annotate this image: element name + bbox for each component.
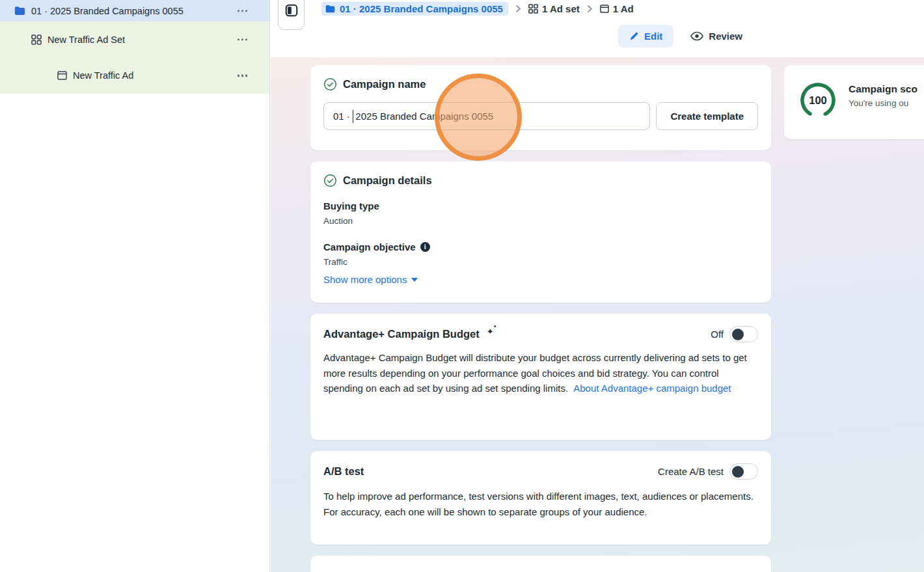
- sidebar-item-label: 01 · 2025 Branded Campaigns 0055: [31, 6, 183, 16]
- toggle-state-label: Create A/B test: [658, 466, 724, 477]
- folder-icon: [14, 6, 25, 16]
- breadcrumb-campaign[interactable]: 01 · 2025 Branded Campaigns 0055: [321, 2, 508, 16]
- section-title: Advantage+ Campaign Budget: [323, 328, 480, 340]
- info-icon[interactable]: i: [420, 242, 430, 252]
- edit-button[interactable]: Edit: [618, 25, 673, 48]
- pencil-icon: [629, 31, 639, 41]
- buying-type-label: Buying type: [323, 200, 758, 211]
- advantage-budget-card: Advantage+ Campaign Budget ✦✦ Off Advant…: [310, 314, 771, 440]
- score-text: Campaign sco You're using ou: [849, 81, 917, 139]
- ad-window-icon: [600, 5, 609, 13]
- breadcrumb: 01 · 2025 Branded Campaigns 0055 1 Ad se…: [321, 1, 634, 17]
- score-subtitle: You're using ou: [849, 98, 917, 108]
- input-text-before-cursor: 01 ·: [333, 111, 350, 122]
- ab-test-toggle[interactable]: [729, 463, 758, 480]
- caret-down-icon: [411, 278, 418, 282]
- ab-test-description: To help improve ad performance, test ver…: [323, 489, 758, 519]
- campaign-tree-sidebar: 01 · 2025 Branded Campaigns 0055 New Tra…: [0, 0, 270, 572]
- about-advantage-budget-link[interactable]: About Advantage+ campaign budget: [573, 383, 731, 394]
- breadcrumb-campaign-label: 01 · 2025 Branded Campaigns 0055: [340, 3, 503, 14]
- buying-type-value: Auction: [323, 216, 758, 226]
- toggle-knob: [732, 466, 744, 478]
- campaign-name-input[interactable]: 01 ·2025 Branded Campaigns 0055: [323, 102, 650, 130]
- show-more-options-link[interactable]: Show more options: [323, 274, 418, 285]
- breadcrumb-ad-label: 1 Ad: [613, 3, 634, 14]
- advantage-budget-description: Advantage+ Campaign Budget will distribu…: [323, 350, 758, 396]
- campaign-edit-panel: Campaign name 01 ·2025 Branded Campaigns…: [310, 65, 771, 572]
- sidebar-item-label: New Traffic Ad Set: [48, 34, 125, 45]
- show-more-options-label: Show more options: [323, 274, 407, 285]
- sidebar-adset-group: New Traffic Ad Set New Traffic Ad: [0, 21, 269, 94]
- check-circle-icon: [323, 77, 337, 91]
- breadcrumb-adset[interactable]: 1 Ad set: [528, 3, 580, 14]
- adset-grid-icon: [31, 34, 42, 45]
- edit-button-label: Edit: [644, 31, 662, 42]
- score-value: 100: [798, 81, 837, 120]
- toggle-knob: [732, 329, 744, 340]
- ab-test-card: A/B test Create A/B test To help improve…: [310, 451, 771, 545]
- folder-icon: [325, 5, 335, 13]
- section-title: A/B test: [323, 465, 364, 478]
- campaign-score-card: 100 Campaign sco You're using ou: [784, 65, 924, 139]
- breadcrumb-ad[interactable]: 1 Ad: [600, 3, 634, 14]
- top-bar: 01 · 2025 Branded Campaigns 0055 1 Ad se…: [271, 0, 924, 57]
- chevron-right-icon: [515, 5, 521, 13]
- input-text-after-cursor: 2025 Branded Campaigns 0055: [355, 111, 493, 122]
- adset-grid-icon: [528, 4, 538, 14]
- section-title: Campaign details: [343, 174, 432, 187]
- sparkle-icon: ✦✦: [487, 327, 494, 336]
- objective-label: Campaign objective i: [323, 241, 758, 252]
- review-button-label: Review: [709, 31, 742, 42]
- sidebar-item-adset[interactable]: New Traffic Ad Set: [0, 21, 269, 57]
- campaign-name-card: Campaign name 01 ·2025 Branded Campaigns…: [310, 65, 771, 150]
- sidebar-item-label: New Traffic Ad: [73, 70, 133, 81]
- advantage-budget-toggle[interactable]: [729, 326, 758, 342]
- score-gauge: 100: [798, 81, 837, 120]
- eye-icon: [690, 31, 703, 41]
- sidebar-item-campaign[interactable]: 01 · 2025 Branded Campaigns 0055: [0, 0, 269, 21]
- special-ad-categories-card: Special Ad Categories: [310, 556, 771, 572]
- ad-window-icon: [57, 71, 67, 80]
- chevron-right-icon: [587, 5, 593, 13]
- score-title: Campaign sco: [849, 83, 917, 95]
- collapse-sidebar-button[interactable]: [278, 0, 305, 30]
- more-options-button[interactable]: [235, 7, 251, 15]
- more-options-button[interactable]: [235, 36, 251, 44]
- review-button[interactable]: Review: [690, 31, 742, 42]
- toggle-state-label: Off: [711, 329, 724, 340]
- more-options-button[interactable]: [235, 72, 251, 79]
- section-title: Campaign name: [343, 78, 426, 90]
- text-cursor: [353, 110, 354, 123]
- sidebar-item-ad[interactable]: New Traffic Ad: [0, 57, 269, 94]
- panel-icon: [284, 3, 299, 18]
- objective-label-text: Campaign objective: [323, 241, 416, 252]
- breadcrumb-adset-label: 1 Ad set: [542, 3, 580, 14]
- campaign-details-card: Campaign details Buying type Auction Cam…: [310, 161, 771, 303]
- objective-value: Traffic: [323, 257, 758, 267]
- create-template-button[interactable]: Create template: [656, 102, 758, 130]
- check-circle-icon: [323, 174, 337, 187]
- mode-actions: Edit Review: [618, 25, 742, 48]
